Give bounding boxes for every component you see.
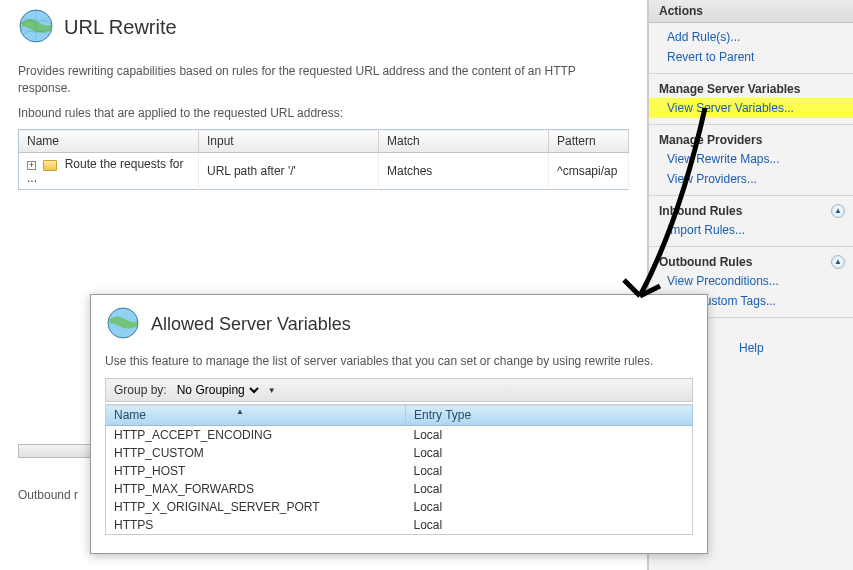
var-entry-type: Local [406, 498, 693, 516]
dropdown-icon[interactable]: ▼ [268, 386, 276, 395]
var-entry-type: Local [406, 480, 693, 498]
inbound-rules-table[interactable]: Name Input Match Pattern + Route the req… [18, 129, 629, 190]
globe-icon [18, 8, 54, 47]
rule-input: URL path after '/' [199, 153, 379, 190]
view-preconditions-link[interactable]: View Preconditions... [649, 271, 853, 291]
server-variables-table[interactable]: Name▲ Entry Type HTTP_ACCEPT_ENCODINGLoc… [105, 404, 693, 535]
page-description: Provides rewriting capabilities based on… [18, 63, 629, 97]
outbound-rules-header: Outbound Rules ▲ [649, 251, 853, 271]
var-name: HTTP_MAX_FORWARDS [106, 480, 406, 498]
groupby-toolbar: Group by: No Grouping ▼ [105, 378, 693, 402]
overlay-title: Allowed Server Variables [151, 314, 351, 335]
rule-pattern: ^cmsapi/ap [549, 153, 629, 190]
inbound-rules-header: Inbound Rules ▲ [649, 200, 853, 220]
var-name: HTTP_ACCEPT_ENCODING [106, 426, 406, 445]
var-name: HTTP_X_ORIGINAL_SERVER_PORT [106, 498, 406, 516]
table-row[interactable]: HTTPSLocal [106, 516, 693, 535]
page-title: URL Rewrite [64, 16, 177, 39]
inbound-rules-text: Inbound Rules [659, 204, 742, 218]
view-server-variables-link[interactable]: View Server Variables... [649, 98, 853, 118]
title-row: URL Rewrite [18, 8, 629, 47]
var-name: HTTP_CUSTOM [106, 444, 406, 462]
overlay-title-row: Allowed Server Variables [105, 305, 693, 344]
groupby-select[interactable]: No Grouping [173, 382, 262, 398]
actions-header: Actions [649, 0, 853, 23]
table-row[interactable]: + Route the requests for ... URL path af… [19, 153, 629, 190]
inbound-rules-label: Inbound rules that are applied to the re… [18, 105, 629, 122]
var-name: HTTP_HOST [106, 462, 406, 480]
col-pattern[interactable]: Pattern [549, 130, 629, 153]
var-entry-type: Local [406, 462, 693, 480]
col-name[interactable]: Name [19, 130, 199, 153]
rule-match: Matches [379, 153, 549, 190]
allowed-server-variables-panel: Allowed Server Variables Use this featur… [90, 294, 708, 554]
sort-asc-icon: ▲ [236, 407, 244, 416]
outbound-rules-label: Outbound r [18, 488, 78, 502]
groupby-label: Group by: [114, 383, 167, 397]
table-row[interactable]: HTTP_X_ORIGINAL_SERVER_PORTLocal [106, 498, 693, 516]
var-name: HTTPS [106, 516, 406, 535]
table-row[interactable]: HTTP_ACCEPT_ENCODINGLocal [106, 426, 693, 445]
chevron-up-icon[interactable]: ▲ [831, 255, 845, 269]
table-row[interactable]: HTTP_HOSTLocal [106, 462, 693, 480]
globe-icon [105, 305, 141, 344]
col-entry-type[interactable]: Entry Type [406, 405, 693, 426]
var-entry-type: Local [406, 444, 693, 462]
outbound-rules-text: Outbound Rules [659, 255, 752, 269]
manage-server-variables-header: Manage Server Variables [649, 78, 853, 98]
revert-to-parent-link[interactable]: Revert to Parent [649, 47, 853, 67]
import-rules-link[interactable]: Import Rules... [649, 220, 853, 240]
view-rewrite-maps-link[interactable]: View Rewrite Maps... [649, 149, 853, 169]
folder-icon [43, 160, 57, 171]
col-match[interactable]: Match [379, 130, 549, 153]
expand-icon[interactable]: + [27, 161, 36, 170]
table-row[interactable]: HTTP_MAX_FORWARDSLocal [106, 480, 693, 498]
col-input[interactable]: Input [199, 130, 379, 153]
overlay-description: Use this feature to manage the list of s… [105, 354, 693, 368]
manage-providers-header: Manage Providers [649, 129, 853, 149]
table-row[interactable]: HTTP_CUSTOMLocal [106, 444, 693, 462]
var-entry-type: Local [406, 426, 693, 445]
chevron-up-icon[interactable]: ▲ [831, 204, 845, 218]
col-var-name[interactable]: Name▲ [106, 405, 406, 426]
var-entry-type: Local [406, 516, 693, 535]
add-rules-link[interactable]: Add Rule(s)... [649, 27, 853, 47]
view-providers-link[interactable]: View Providers... [649, 169, 853, 189]
